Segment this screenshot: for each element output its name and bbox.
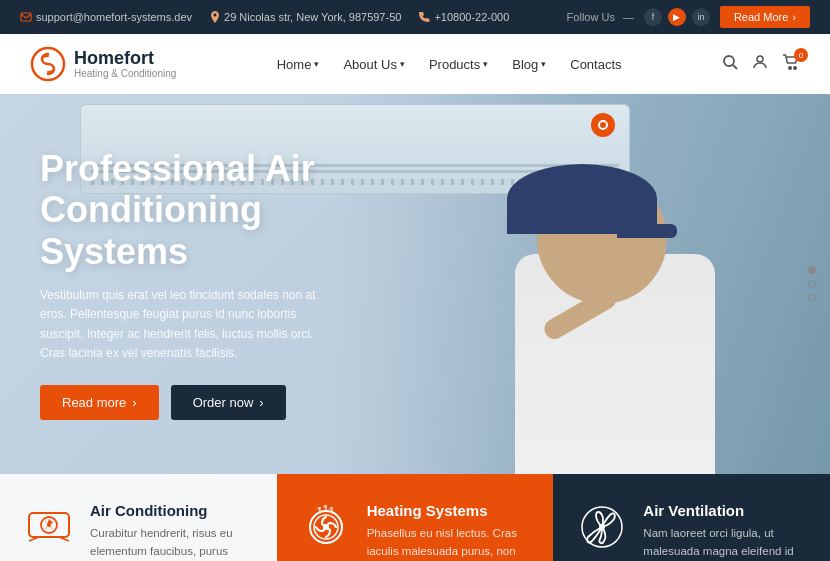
svg-point-6 [794, 67, 796, 69]
nav-home[interactable]: Home ▾ [277, 57, 320, 72]
ventilation-card-text: Nam laoreet orci ligula, ut malesuada ma… [643, 525, 806, 561]
service-cards: Air Conditioning Curabitur hendrerit, ri… [0, 474, 830, 561]
order-now-button[interactable]: Order now › [171, 385, 286, 420]
linkedin-icon[interactable]: in [692, 8, 710, 26]
account-icon[interactable] [752, 54, 768, 74]
heating-card-text: Phasellus eu nisl lectus. Cras iaculis m… [367, 525, 530, 561]
hero-content: Professional Air Conditioning Systems Ve… [40, 148, 420, 420]
ac-icon [25, 503, 73, 551]
email-icon [20, 11, 32, 23]
hero-description: Vestibulum quis erat vel leo tincidunt s… [40, 286, 320, 363]
pin-icon [210, 11, 220, 23]
ac-card-text: Curabitur hendrerit, risus eu elementum … [90, 525, 253, 561]
svg-point-16 [599, 524, 605, 530]
ac-icon-wrap [24, 502, 74, 552]
ac-card-title: Air Conditioning [90, 502, 253, 519]
heating-card-title: Heating Systems [367, 502, 530, 519]
service-card-ventilation: Air Ventilation Nam laoreet orci ligula,… [553, 474, 830, 561]
email-info: support@homefort-systems.dev [20, 11, 192, 23]
heating-icon-wrap [301, 502, 351, 552]
phone-icon [419, 11, 430, 23]
hero-section: Professional Air Conditioning Systems Ve… [0, 94, 830, 474]
nav-links: Home ▾ About Us ▾ Products ▾ Blog ▾ Cont… [277, 57, 622, 72]
logo-icon [30, 46, 66, 82]
hero-person [440, 144, 790, 474]
top-bar-right: Follow Us — f ▶ in Read More › [567, 6, 810, 28]
cart-count: 0 [794, 48, 808, 62]
brand-name: Homefort [74, 49, 176, 69]
phone-info: +10800-22-000 [419, 11, 509, 23]
social-links[interactable]: f ▶ in [644, 8, 710, 26]
navbar: Homefort Heating & Conditioning Home ▾ A… [0, 34, 830, 94]
svg-line-3 [733, 65, 737, 69]
dot-3[interactable] [808, 294, 816, 302]
ventilation-icon-wrap [577, 502, 627, 552]
top-bar-contact-info: support@homefort-systems.dev 29 Nicolas … [20, 11, 509, 23]
heating-icon [302, 503, 350, 551]
facebook-icon[interactable]: f [644, 8, 662, 26]
svg-point-2 [724, 56, 734, 66]
nav-contacts[interactable]: Contacts [570, 57, 621, 72]
slider-dots [808, 266, 816, 302]
dot-1[interactable] [808, 266, 816, 274]
search-icon[interactable] [722, 54, 738, 74]
nav-blog[interactable]: Blog ▾ [512, 57, 546, 72]
svg-point-14 [323, 524, 329, 530]
service-card-heating: Heating Systems Phasellus eu nisl lectus… [277, 474, 554, 561]
fan-icon [578, 503, 626, 551]
svg-point-4 [757, 56, 763, 62]
hero-title: Professional Air Conditioning Systems [40, 148, 420, 272]
follow-label: Follow Us — [567, 11, 634, 23]
address-info: 29 Nicolas str, New York, 987597-50 [210, 11, 401, 23]
read-more-button[interactable]: Read more › [40, 385, 159, 420]
youtube-icon[interactable]: ▶ [668, 8, 686, 26]
brand-sub: Heating & Conditioning [74, 68, 176, 79]
nav-icons: 0 [722, 54, 800, 74]
service-card-ac: Air Conditioning Curabitur hendrerit, ri… [0, 474, 277, 561]
svg-point-5 [789, 67, 791, 69]
dot-2[interactable] [808, 280, 816, 288]
read-more-top-button[interactable]: Read More › [720, 6, 810, 28]
hero-buttons: Read more › Order now › [40, 385, 420, 420]
top-bar: support@homefort-systems.dev 29 Nicolas … [0, 0, 830, 34]
nav-products[interactable]: Products ▾ [429, 57, 488, 72]
ventilation-card-title: Air Ventilation [643, 502, 806, 519]
logo[interactable]: Homefort Heating & Conditioning [30, 46, 176, 82]
cart-icon[interactable]: 0 [782, 54, 800, 74]
nav-about[interactable]: About Us ▾ [343, 57, 404, 72]
svg-rect-0 [21, 13, 31, 21]
